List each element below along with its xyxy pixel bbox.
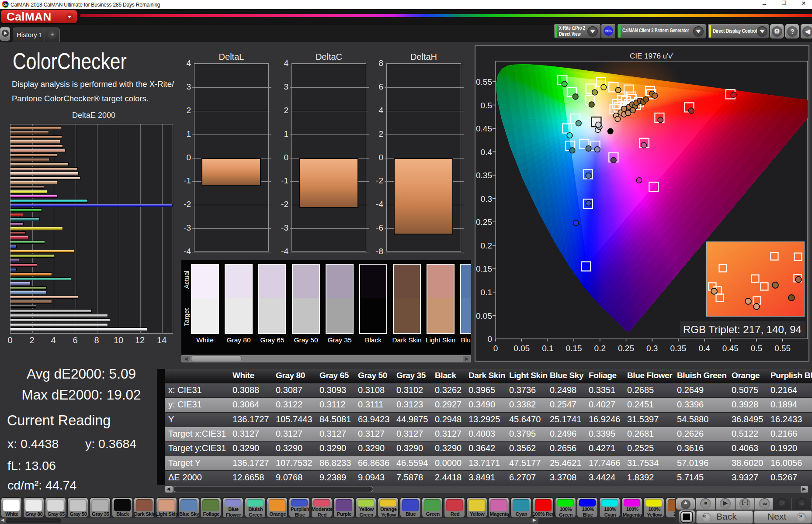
svg-text:0.55: 0.55	[476, 77, 492, 86]
svg-text:0.15: 0.15	[566, 344, 582, 353]
svg-text:RGB Triplet: 217, 140, 94: RGB Triplet: 217, 140, 94	[683, 324, 802, 335]
svg-text:0.35: 0.35	[670, 344, 686, 353]
svg-text:0.1: 0.1	[542, 344, 553, 353]
svg-text:0.15: 0.15	[476, 264, 492, 273]
svg-text:0: 0	[487, 334, 492, 344]
svg-text:0.35: 0.35	[476, 171, 492, 180]
svg-text:0.4: 0.4	[481, 148, 493, 157]
svg-text:0.3: 0.3	[481, 194, 492, 203]
svg-text:0.2: 0.2	[481, 241, 492, 250]
svg-text:0.1: 0.1	[481, 288, 492, 297]
svg-text:0.2: 0.2	[594, 344, 606, 353]
svg-text:0.25: 0.25	[476, 217, 492, 227]
svg-text:0.5: 0.5	[751, 344, 762, 353]
svg-text:0.4: 0.4	[698, 344, 710, 353]
svg-text:CIE 1976 u'v': CIE 1976 u'v'	[630, 52, 673, 60]
svg-text:0.05: 0.05	[476, 311, 492, 321]
svg-text:0.25: 0.25	[618, 344, 634, 353]
svg-text:0.55: 0.55	[774, 344, 791, 353]
svg-text:0.45: 0.45	[722, 344, 739, 353]
svg-text:0.05: 0.05	[514, 344, 530, 353]
svg-text:0.3: 0.3	[646, 344, 658, 353]
svg-text:0.5: 0.5	[481, 101, 492, 110]
svg-text:0.45: 0.45	[476, 124, 492, 133]
svg-text:0: 0	[493, 344, 498, 353]
